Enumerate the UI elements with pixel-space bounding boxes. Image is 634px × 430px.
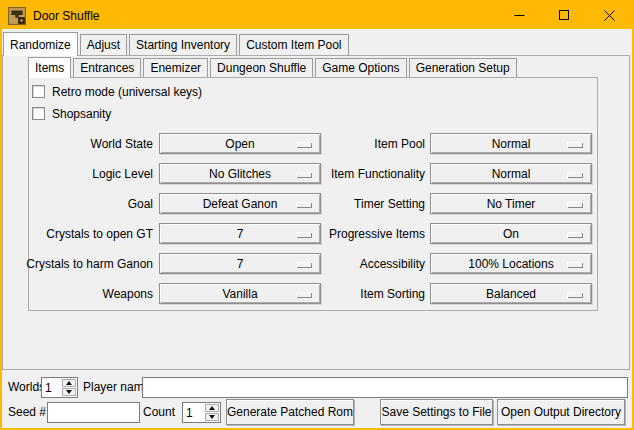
dropdown-indicator-icon <box>567 202 583 208</box>
item-pool-label: Item Pool <box>282 137 430 151</box>
item-sorting-row: Item Sorting Balanced <box>282 283 592 304</box>
dropdown-indicator-icon <box>567 292 583 298</box>
tab-enemizer[interactable]: Enemizer <box>143 58 208 77</box>
arrow-up-icon <box>66 381 72 385</box>
maximize-button[interactable] <box>542 2 587 29</box>
crystals-harm-ganon-label: Crystals to harm Ganon <box>22 257 159 271</box>
count-label: Count <box>143 402 175 423</box>
tab-starting-inventory[interactable]: Starting Inventory <box>129 34 237 55</box>
tab-custom-item-pool[interactable]: Custom Item Pool <box>239 34 348 55</box>
player-names-input[interactable] <box>142 377 628 398</box>
secondary-tab-bar: Items Entrances Enemizer Dungeon Shuffle… <box>28 56 519 78</box>
crystals-open-gt-row: Crystals to open GT 7 <box>22 223 321 244</box>
worlds-input[interactable] <box>42 378 61 397</box>
item-sorting-label: Item Sorting <box>282 287 430 301</box>
weapons-label: Weapons <box>22 287 159 301</box>
progressive-items-row: Progressive Items On <box>282 223 592 244</box>
arrow-down-icon <box>209 415 215 419</box>
weapons-row: Weapons Vanilla <box>22 283 321 304</box>
item-functionality-row: Item Functionality Normal <box>282 163 592 184</box>
accessibility-dropdown[interactable]: 100% Locations <box>430 253 592 274</box>
close-button[interactable] <box>587 2 632 29</box>
seed-input[interactable] <box>47 402 140 423</box>
retro-mode-label: Retro mode (universal keys) <box>52 85 202 99</box>
item-functionality-label: Item Functionality <box>282 167 430 181</box>
accessibility-label: Accessibility <box>282 257 430 271</box>
spinner-arrows <box>204 403 220 422</box>
tab-game-options[interactable]: Game Options <box>315 58 406 77</box>
timer-setting-dropdown[interactable]: No Timer <box>430 193 592 214</box>
settings-column-right: Item Pool Normal Item Functionality Norm… <box>282 133 592 313</box>
dropdown-indicator-icon <box>567 172 583 178</box>
dropdown-indicator-icon <box>567 232 583 238</box>
tab-adjust[interactable]: Adjust <box>80 34 127 55</box>
timer-setting-label: Timer Setting <box>282 197 430 211</box>
app-window: Door Shuffle Randomize Adjust Starting I… <box>0 0 634 430</box>
checkbox-box[interactable] <box>32 85 45 98</box>
spin-down-button[interactable] <box>205 413 219 421</box>
item-pool-dropdown[interactable]: Normal <box>430 133 592 154</box>
worlds-label: Worlds <box>8 377 45 398</box>
worlds-spinbox <box>41 377 78 398</box>
retro-mode-checkbox[interactable]: Retro mode (universal keys) <box>32 83 202 100</box>
titlebar: Door Shuffle <box>2 2 632 29</box>
timer-setting-row: Timer Setting No Timer <box>282 193 592 214</box>
minimize-button[interactable] <box>497 2 542 29</box>
spin-up-button[interactable] <box>62 379 76 387</box>
shopsanity-label: Shopsanity <box>52 107 111 121</box>
accessibility-row: Accessibility 100% Locations <box>282 253 592 274</box>
window-controls <box>497 2 632 29</box>
count-input[interactable] <box>183 403 204 422</box>
arrow-down-icon <box>66 390 72 394</box>
crystals-harm-ganon-row: Crystals to harm Ganon 7 <box>22 253 321 274</box>
primary-tab-bar: Randomize Adjust Starting Inventory Cust… <box>3 31 351 56</box>
arrow-up-icon <box>209 406 215 410</box>
progressive-items-label: Progressive Items <box>282 227 430 241</box>
tab-generation-setup[interactable]: Generation Setup <box>409 58 517 77</box>
checkbox-box[interactable] <box>32 107 45 120</box>
count-spinbox <box>182 402 221 423</box>
dropdown-indicator-icon <box>567 262 583 268</box>
settings-column-left: World State Open Logic Level No Glitches… <box>22 133 321 313</box>
tab-randomize[interactable]: Randomize <box>3 32 78 56</box>
logic-level-label: Logic Level <box>22 167 159 181</box>
tab-items[interactable]: Items <box>28 57 71 78</box>
tab-dungeon-shuffle[interactable]: Dungeon Shuffle <box>210 58 313 77</box>
seed-label: Seed # <box>8 402 46 423</box>
item-pool-row: Item Pool Normal <box>282 133 592 154</box>
tab-entrances[interactable]: Entrances <box>73 58 141 77</box>
window-title: Door Shuffle <box>33 9 100 23</box>
goal-row: Goal Defeat Ganon <box>22 193 321 214</box>
save-settings-button[interactable]: Save Settings to File <box>380 399 493 425</box>
logic-level-row: Logic Level No Glitches <box>22 163 321 184</box>
item-sorting-dropdown[interactable]: Balanced <box>430 283 592 304</box>
world-state-label: World State <box>22 137 159 151</box>
dropdown-indicator-icon <box>567 142 583 148</box>
shopsanity-checkbox[interactable]: Shopsanity <box>32 105 111 122</box>
spin-down-button[interactable] <box>62 388 76 396</box>
crystals-open-gt-label: Crystals to open GT <box>22 227 159 241</box>
item-functionality-dropdown[interactable]: Normal <box>430 163 592 184</box>
open-output-directory-button[interactable]: Open Output Directory <box>497 399 625 425</box>
spin-up-button[interactable] <box>205 404 219 412</box>
spinner-arrows <box>61 378 77 397</box>
app-icon <box>8 7 26 25</box>
progressive-items-dropdown[interactable]: On <box>430 223 592 244</box>
goal-label: Goal <box>22 197 159 211</box>
world-state-row: World State Open <box>22 133 321 154</box>
generate-patched-rom-button[interactable]: Generate Patched Rom <box>226 399 354 425</box>
